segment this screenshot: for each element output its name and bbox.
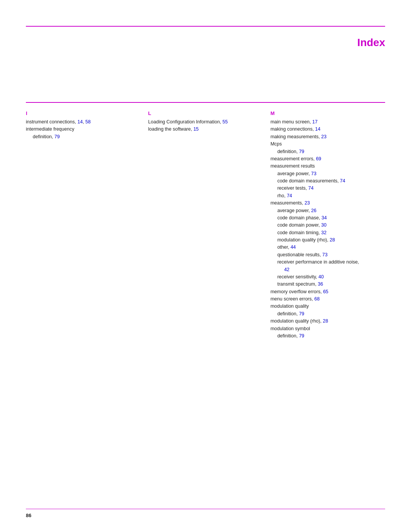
index-column-l: LLoading Configuration Information, 55lo… [148, 110, 270, 340]
index-entry: measurement errors, 69 [271, 155, 385, 163]
link-number[interactable]: 36 [318, 281, 323, 287]
link-number[interactable]: 26 [311, 208, 317, 213]
index-entry: definition, 79 [26, 133, 140, 141]
mid-rule [26, 102, 385, 103]
index-column-m: Mmain menu screen, 17making connections,… [271, 110, 385, 340]
link-number[interactable]: 14 [78, 119, 83, 125]
link-number[interactable]: 74 [340, 178, 345, 184]
index-entry: receiver tests, 74 [271, 185, 385, 192]
link-number[interactable]: 40 [319, 274, 324, 280]
link-number[interactable]: 34 [322, 215, 327, 220]
index-entry: average power, 26 [271, 207, 385, 214]
index-entry: definition, 79 [271, 332, 385, 340]
index-entry: loading the software, 15 [148, 126, 263, 133]
link-number[interactable]: 44 [290, 244, 296, 250]
link-number[interactable]: 79 [299, 149, 304, 154]
bottom-rule [26, 509, 385, 510]
link-number[interactable]: 28 [323, 318, 328, 324]
link-number[interactable]: 74 [287, 193, 292, 198]
page: Index Iinstrument connections, 14, 58int… [0, 0, 411, 532]
letter-heading-m: M [271, 110, 385, 116]
link-number[interactable]: 55 [223, 119, 228, 125]
index-entry: rho, 74 [271, 192, 385, 200]
link-number[interactable]: 14 [315, 126, 320, 132]
link-number[interactable]: 74 [308, 185, 314, 191]
index-entry: 42 [271, 266, 385, 273]
page-title: Index [357, 37, 385, 49]
index-entry: intermediate frequency [26, 126, 140, 133]
index-entry: modulation quality [271, 303, 385, 310]
index-entry: questionable results, 73 [271, 251, 385, 259]
index-entry: other, 44 [271, 244, 385, 251]
link-number[interactable]: 28 [330, 237, 335, 243]
index-entry: modulation quality (rho), 28 [271, 318, 385, 325]
index-entry: instrument connections, 14, 58 [26, 118, 140, 126]
index-entry: measurements, 23 [271, 200, 385, 207]
index-entry: measurement results [271, 163, 385, 170]
index-entry: making measurements, 23 [271, 133, 385, 141]
letter-heading-l: L [148, 110, 263, 116]
letter-heading-i: I [26, 110, 140, 116]
page-number: 86 [26, 513, 31, 518]
index-entry: transmit spectrum, 36 [271, 281, 385, 288]
index-entry: code domain timing, 32 [271, 229, 385, 236]
link-number[interactable]: 73 [311, 171, 317, 176]
index-content: Iinstrument connections, 14, 58intermedi… [26, 110, 385, 340]
index-entry: receiver sensitivity, 40 [271, 273, 385, 281]
index-entry: modulation symbol [271, 325, 385, 332]
index-entry: main menu screen, 17 [271, 118, 385, 126]
link-number[interactable]: 32 [321, 230, 327, 235]
index-entry: menu screen errors, 68 [271, 296, 385, 303]
link-number[interactable]: 23 [321, 134, 327, 139]
link-number[interactable]: 30 [321, 222, 327, 228]
index-entry: code domain measurements, 74 [271, 177, 385, 185]
index-entry: making connections, 14 [271, 126, 385, 133]
index-entry: average power, 73 [271, 170, 385, 177]
index-entry: definition, 79 [271, 310, 385, 318]
link-number[interactable]: 42 [284, 267, 290, 272]
index-entry: modulation quality (rho), 28 [271, 236, 385, 244]
index-entry: code domain phase, 34 [271, 214, 385, 222]
link-number[interactable]: 58 [85, 119, 91, 125]
index-entry: Loading Configuration Information, 55 [148, 118, 263, 126]
link-number[interactable]: 65 [323, 289, 328, 294]
index-entry: receiver performance in additive noise, [271, 259, 385, 266]
link-number[interactable]: 79 [299, 333, 304, 339]
link-number[interactable]: 23 [304, 200, 310, 206]
link-number[interactable]: 17 [312, 119, 317, 125]
link-number[interactable]: 79 [54, 134, 60, 139]
index-entry: Mcps [271, 141, 385, 148]
link-number[interactable]: 68 [314, 296, 320, 302]
link-number[interactable]: 69 [316, 156, 321, 161]
index-column-i: Iinstrument connections, 14, 58intermedi… [26, 110, 148, 340]
link-number[interactable]: 73 [322, 252, 328, 257]
index-entry: code domain power, 30 [271, 222, 385, 229]
link-number[interactable]: 15 [193, 126, 199, 132]
index-entry: memory overflow errors, 65 [271, 288, 385, 296]
top-rule [26, 26, 385, 27]
index-entry: definition, 79 [271, 148, 385, 155]
link-number[interactable]: 79 [299, 311, 304, 316]
